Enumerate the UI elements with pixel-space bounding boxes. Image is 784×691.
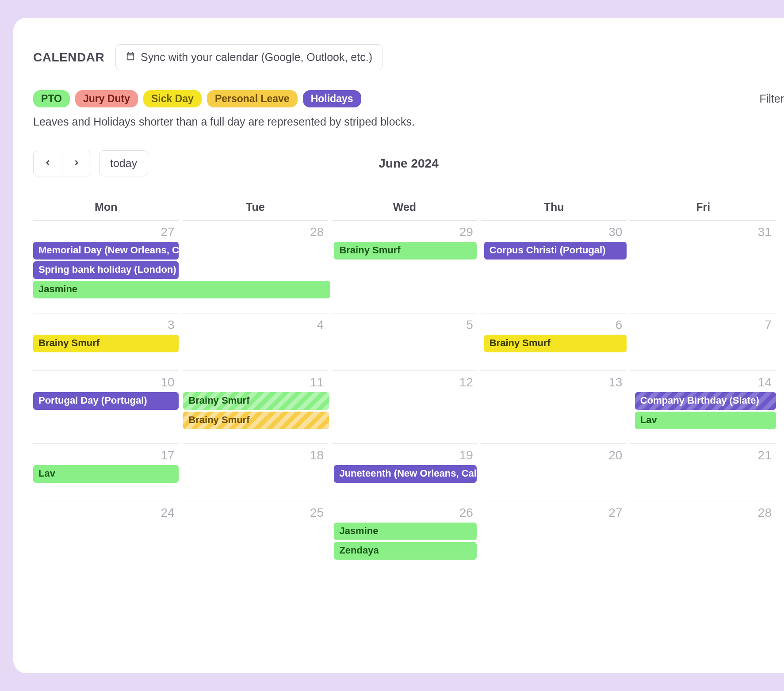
calendar-icon — [126, 51, 135, 64]
week-row: 3 4 5 6 7 Brainy Smurf Brainy Smurf — [33, 313, 776, 371]
legend-pto[interactable]: PTO — [33, 90, 70, 107]
week-row: 24 25 26 27 28 Jasmine Zendaya — [33, 501, 776, 574]
week-row: 17 18 19 20 21 Lav Juneteenth (New Orlea… — [33, 444, 776, 501]
day-number: 26 — [332, 503, 478, 521]
day-cell[interactable]: 12 — [332, 371, 478, 444]
event-pto[interactable]: Zendaya — [334, 542, 477, 560]
day-number: 29 — [332, 222, 478, 240]
day-number: 28 — [630, 503, 776, 521]
day-cell[interactable]: 7 — [630, 313, 776, 371]
event-pto[interactable]: Lav — [33, 465, 179, 483]
day-number: 27 — [481, 503, 627, 521]
today-button[interactable]: today — [99, 150, 148, 176]
day-number: 25 — [183, 503, 329, 521]
day-number: 3 — [33, 315, 179, 333]
day-number: 7 — [630, 315, 776, 333]
event-sick[interactable]: Brainy Smurf — [33, 335, 179, 352]
event-holiday[interactable]: Memorial Day (New Orleans, California) — [33, 242, 179, 260]
filter-button[interactable]: Filter — [759, 92, 784, 105]
event-personal-partial[interactable]: Brainy Smurf — [183, 412, 329, 429]
day-cell[interactable]: 25 — [183, 501, 329, 574]
event-holiday[interactable]: Juneteenth (New Orleans, California) — [334, 465, 477, 483]
day-header-tue: Tue — [183, 201, 329, 221]
legend-note: Leaves and Holidays shorter than a full … — [33, 115, 784, 128]
legend-sick-day[interactable]: Sick Day — [143, 90, 202, 107]
event-pto-partial[interactable]: Brainy Smurf — [183, 392, 329, 410]
day-header-wed: Wed — [332, 201, 478, 221]
day-cell[interactable]: 21 — [630, 444, 776, 501]
day-number: 18 — [183, 446, 329, 463]
day-cell[interactable]: 4 — [183, 313, 329, 371]
day-cell[interactable]: 28 — [183, 221, 329, 313]
event-sick[interactable]: Brainy Smurf — [484, 335, 627, 352]
event-holiday[interactable]: Spring bank holiday (London) — [33, 261, 179, 279]
day-cell[interactable]: 13 — [481, 371, 627, 444]
day-number: 20 — [481, 446, 627, 463]
day-header-mon: Mon — [33, 201, 179, 221]
day-number: 30 — [481, 222, 627, 240]
day-number: 6 — [481, 315, 627, 333]
day-number: 24 — [33, 503, 179, 521]
day-number: 5 — [332, 315, 478, 333]
day-number: 19 — [332, 446, 478, 463]
event-pto[interactable]: Lav — [635, 412, 776, 429]
prev-month-button[interactable] — [34, 151, 62, 176]
day-cell[interactable]: 29 — [332, 221, 478, 313]
day-number: 4 — [183, 315, 329, 333]
day-cell[interactable]: 31 — [630, 221, 776, 313]
event-pto[interactable]: Jasmine — [33, 281, 330, 298]
day-cell[interactable]: 30 — [481, 221, 627, 313]
day-number: 14 — [630, 373, 776, 390]
day-number: 11 — [183, 373, 329, 390]
sync-calendar-button[interactable]: Sync with your calendar (Google, Outlook… — [115, 44, 382, 70]
next-month-button[interactable] — [62, 151, 91, 176]
event-holiday-partial[interactable]: Company Birthday (Slate) — [635, 392, 776, 410]
legend-holidays[interactable]: Holidays — [303, 90, 361, 107]
day-number: 28 — [183, 222, 329, 240]
event-pto[interactable]: Brainy Smurf — [334, 242, 477, 260]
day-cell[interactable]: 24 — [33, 501, 179, 574]
page-title: CALENDAR — [33, 50, 104, 65]
day-number: 13 — [481, 373, 627, 390]
week-row: 10 11 12 13 14 Portugal Day (Portugal) B… — [33, 371, 776, 444]
day-cell[interactable]: 5 — [332, 313, 478, 371]
day-number: 12 — [332, 373, 478, 390]
day-cell[interactable]: 28 — [630, 501, 776, 574]
day-header-thu: Thu — [481, 201, 627, 221]
day-header-fri: Fri — [630, 201, 776, 221]
calendar-grid: Mon Tue Wed Thu Fri 27 28 29 30 31 Memor… — [33, 201, 776, 574]
event-holiday[interactable]: Corpus Christi (Portugal) — [484, 242, 627, 260]
day-number: 31 — [630, 222, 776, 240]
day-number: 10 — [33, 373, 179, 390]
event-holiday[interactable]: Portugal Day (Portugal) — [33, 392, 179, 410]
legend-personal-leave[interactable]: Personal Leave — [207, 90, 298, 107]
day-number: 27 — [33, 222, 179, 240]
day-cell[interactable]: 18 — [183, 444, 329, 501]
event-pto[interactable]: Jasmine — [334, 523, 477, 540]
nav-arrows — [33, 151, 91, 176]
day-cell[interactable]: 27 — [481, 501, 627, 574]
week-row: 27 28 29 30 31 Memorial Day (New Orleans… — [33, 221, 776, 313]
sync-label: Sync with your calendar (Google, Outlook… — [141, 51, 372, 64]
day-cell[interactable]: 20 — [481, 444, 627, 501]
day-number: 17 — [33, 446, 179, 463]
legend-jury-duty[interactable]: Jury Duty — [75, 90, 138, 107]
calendar-panel: CALENDAR Sync with your calendar (Google… — [13, 18, 784, 673]
day-number: 21 — [630, 446, 776, 463]
